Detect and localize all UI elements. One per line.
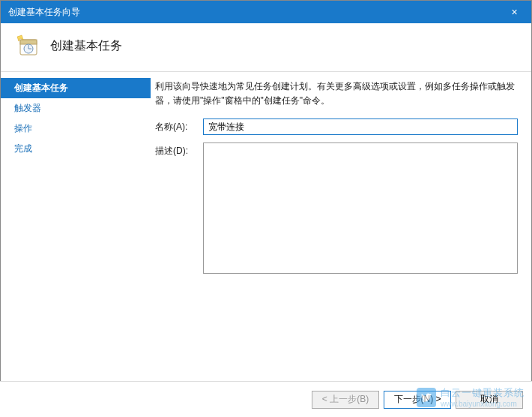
window-title: 创建基本任务向导	[8, 6, 498, 19]
close-icon: ×	[511, 6, 517, 18]
wizard-content: 利用该向导快速地为常见任务创建计划。有关更多高级选项或设置，例如多任务操作或触发…	[151, 72, 531, 379]
instruction-text: 利用该向导快速地为常见任务创建计划。有关更多高级选项或设置，例如多任务操作或触发…	[155, 80, 518, 108]
sidebar-item-label: 创建基本任务	[14, 82, 68, 93]
description-row: 描述(D):	[155, 142, 518, 274]
calendar-task-icon	[16, 34, 40, 58]
name-row: 名称(A):	[155, 118, 518, 135]
sidebar-item-finish[interactable]: 完成	[1, 139, 151, 159]
description-textarea[interactable]	[203, 142, 518, 274]
cancel-button[interactable]: 取消	[456, 391, 523, 409]
wizard-footer: < 上一步(B) 下一步(N) > 取消	[0, 381, 532, 417]
titlebar: 创建基本任务向导 ×	[1, 1, 531, 23]
wizard-header: 创建基本任务	[1, 23, 531, 72]
wizard-title: 创建基本任务	[50, 38, 122, 54]
sidebar-item-create-task[interactable]: 创建基本任务	[1, 78, 151, 98]
sidebar-item-action[interactable]: 操作	[1, 118, 151, 139]
wizard-steps-sidebar: 创建基本任务 触发器 操作 完成	[1, 72, 151, 379]
back-button: < 上一步(B)	[312, 391, 379, 409]
close-button[interactable]: ×	[498, 1, 531, 23]
sidebar-item-label: 操作	[14, 123, 32, 134]
sidebar-item-trigger[interactable]: 触发器	[1, 98, 151, 118]
sidebar-item-label: 完成	[14, 143, 32, 154]
sidebar-item-label: 触发器	[14, 103, 41, 113]
name-input[interactable]	[203, 118, 518, 135]
next-button[interactable]: 下一步(N) >	[384, 391, 451, 409]
description-label: 描述(D):	[155, 142, 203, 158]
wizard-body: 创建基本任务 触发器 操作 完成 利用该向导快速地为常见任务创建计划。有关更多高…	[1, 72, 531, 379]
name-label: 名称(A):	[155, 118, 203, 134]
svg-rect-1	[20, 40, 37, 44]
